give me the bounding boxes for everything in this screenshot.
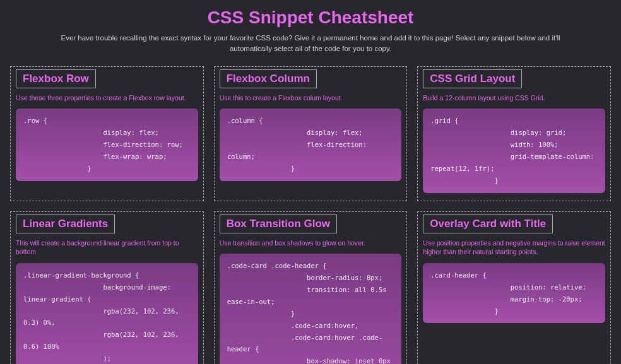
card-title: Box Transition Glow: [220, 214, 337, 233]
card-title: Flexbox Row: [16, 69, 96, 88]
code-snippet[interactable]: .linear-gradient-background { background…: [16, 263, 198, 364]
card-title: Flexbox Column: [220, 69, 317, 88]
code-snippet[interactable]: .grid { display: grid; width: 100%; grid…: [423, 109, 605, 192]
card-description: This will create a background linear gra…: [16, 238, 198, 257]
code-snippet[interactable]: .row { display: flex; flex-direction: ro…: [16, 109, 198, 180]
card-description: Use these three properties to create a F…: [16, 93, 198, 103]
code-snippet[interactable]: .code-card .code-header { border-radius:…: [220, 254, 402, 364]
snippet-grid: Flexbox Row Use these three properties t…: [10, 66, 611, 365]
snippet-card: Flexbox Column Use this to create a Flex…: [214, 66, 408, 201]
snippet-card: Flexbox Row Use these three properties t…: [10, 66, 204, 201]
card-title: CSS Grid Layout: [423, 69, 522, 88]
code-snippet[interactable]: .column { display: flex; flex-direction:…: [220, 109, 402, 180]
snippet-card: CSS Grid Layout Build a 12-column layout…: [417, 66, 611, 201]
card-description: Use position properties and negative mar…: [423, 238, 605, 257]
snippet-card: Box Transition Glow Use transition and b…: [214, 211, 408, 364]
card-title: Overlay Card with Title: [423, 214, 553, 233]
page-title: CSS Snippet Cheatsheet: [10, 8, 611, 28]
snippet-card: Overlay Card with Title Use position pro…: [417, 211, 611, 364]
card-description: Use transition and box shadows to glow o…: [220, 238, 402, 248]
card-description: Build a 12-column layout using CSS Grid.: [423, 93, 605, 103]
card-title: Linear Gradients: [16, 214, 115, 233]
page-subtitle: Ever have trouble recalling the exact sy…: [39, 33, 582, 55]
code-snippet[interactable]: .card-header { position: relative; margi…: [423, 263, 605, 324]
snippet-card: Linear Gradients This will create a back…: [10, 211, 204, 364]
card-description: Use this to create a Flexbox colum layou…: [220, 93, 402, 103]
